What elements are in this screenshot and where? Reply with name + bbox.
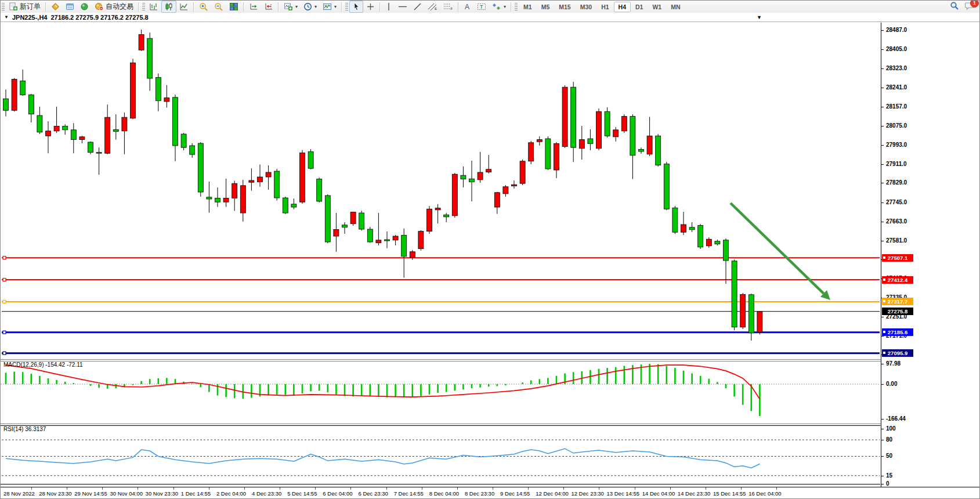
new-order-button[interactable]: 新订单 (6, 1, 44, 13)
time-label[interactable]: 15 Dec 14:55 (713, 490, 746, 497)
vertical-line-button[interactable] (382, 1, 395, 13)
time-label[interactable]: 30 Nov 23:30 (146, 490, 179, 497)
time-label[interactable]: 6 Dec 23:30 (359, 490, 388, 497)
time-label[interactable]: 8 Dec 23:30 (465, 490, 494, 497)
periods-button[interactable]: ▾ (301, 1, 320, 13)
text-label-button[interactable]: T (474, 1, 489, 13)
clock-icon (303, 2, 312, 11)
autotrade-button[interactable]: 自动交易 (92, 1, 136, 13)
chat-icon[interactable]: 1 (965, 1, 975, 13)
time-label[interactable]: 12 Dec 23:30 (571, 490, 604, 497)
time-label[interactable]: 2 Dec 04:00 (216, 490, 246, 497)
chart-shift-button[interactable] (261, 1, 276, 13)
search-icon[interactable] (950, 1, 959, 13)
toolbar-grip[interactable] (345, 3, 348, 11)
price-tick (881, 88, 884, 88)
toolbar-grip[interactable] (2, 3, 5, 11)
trendline-button[interactable] (410, 1, 425, 13)
templates-button[interactable]: ▾ (320, 1, 339, 13)
timeframe-h4[interactable]: H4 (614, 2, 631, 12)
support-line-2-price-label[interactable]: 27095.9 (882, 349, 913, 357)
macd-scale-tick (881, 384, 884, 385)
candlestick-chart-button[interactable] (161, 1, 176, 13)
notification-badge[interactable]: 1 (970, 0, 979, 8)
time-label[interactable]: 29 Nov 14:55 (74, 490, 107, 497)
timeframe-m30[interactable]: M30 (576, 2, 596, 12)
crosshair-button[interactable] (363, 1, 378, 13)
trend-arrow-annotation[interactable] (731, 203, 830, 300)
candle-41 (350, 212, 356, 226)
rsi-pane[interactable] (1, 425, 881, 487)
data-window-button[interactable] (63, 1, 77, 13)
time-label[interactable]: 8 Dec 04:00 (429, 490, 459, 497)
time-label[interactable]: 9 Dec 14:55 (500, 490, 530, 497)
chevron-down-icon[interactable]: ▾ (504, 4, 506, 9)
equidistant-channel-button[interactable]: E (425, 1, 440, 13)
navigator-button[interactable] (77, 1, 92, 13)
chart-shift-marker[interactable]: ▼ (757, 15, 762, 20)
resistance-line-1-price-label[interactable]: 27507.1 (882, 254, 913, 262)
bid-price-line-price-label[interactable]: 27275.8 (882, 308, 913, 315)
candle-58 (494, 192, 500, 214)
timeframe-mn[interactable]: MN (666, 2, 685, 12)
timeframe-d1[interactable]: D1 (631, 2, 648, 12)
zoom-out-button[interactable] (211, 1, 226, 13)
chevron-down-icon[interactable]: ▾ (334, 4, 337, 9)
time-label[interactable]: 6 Dec 04:00 (323, 490, 352, 497)
time-label[interactable]: 16 Dec 04:00 (748, 490, 782, 497)
support-line-1-price-label[interactable]: 27185.6 (882, 328, 913, 336)
chevron-down-icon[interactable]: ▾ (314, 4, 317, 9)
main-chart-pane[interactable] (1, 23, 881, 359)
timeframe-m5[interactable]: M5 (537, 2, 555, 12)
time-axis[interactable]: 28 Nov 202228 Nov 23:3029 Nov 14:5530 No… (1, 487, 980, 499)
timeframe-h1[interactable]: H1 (596, 2, 613, 12)
time-label[interactable]: 13 Dec 14:55 (607, 490, 640, 497)
arrows-button[interactable]: ▾ (489, 1, 509, 13)
candle-1 (12, 78, 17, 112)
text-button[interactable]: A (461, 1, 474, 13)
toolbar-grip[interactable] (515, 3, 518, 11)
pivot-line-price-label[interactable]: 27317.7 (882, 298, 913, 305)
line-chart-button[interactable] (176, 1, 191, 13)
zoom-in-button[interactable] (196, 1, 211, 13)
market-watch-button[interactable] (48, 1, 63, 13)
resistance-line-2-price-label[interactable]: 27412.4 (882, 276, 913, 284)
candle-16 (139, 30, 144, 51)
macd-pane[interactable] (1, 361, 881, 423)
time-label[interactable]: 5 Dec 14:55 (287, 490, 317, 497)
time-label[interactable]: 7 Dec 14:55 (394, 490, 424, 497)
support-line-2-handle[interactable] (3, 352, 6, 355)
time-label[interactable]: 14 Dec 23:30 (678, 490, 711, 497)
auto-scroll-button[interactable] (246, 1, 261, 13)
new-order-icon (9, 2, 18, 11)
time-label[interactable]: 28 Nov 23:30 (39, 490, 72, 497)
price-tick (881, 183, 884, 183)
hline-icon (398, 2, 407, 11)
price-tick (881, 30, 884, 31)
new-order-button-label: 新订单 (20, 2, 41, 12)
timeframe-m1[interactable]: M1 (519, 2, 537, 12)
resistance-line-1-handle[interactable] (3, 256, 6, 259)
bar-chart-button[interactable] (146, 1, 161, 13)
resistance-line-2-handle[interactable] (3, 279, 6, 281)
support-line-1-handle[interactable] (3, 331, 6, 334)
indicators-button[interactable]: ▾ (281, 1, 301, 13)
pivot-line-handle[interactable] (3, 300, 6, 303)
toolbar-grip[interactable] (142, 3, 145, 11)
timeframe-m15[interactable]: M15 (554, 2, 575, 12)
chevron-down-icon[interactable]: ▾ (295, 4, 298, 9)
horizontal-line-button[interactable] (395, 1, 410, 13)
cursor-button[interactable] (349, 1, 363, 13)
time-label[interactable]: 1 Dec 14:55 (181, 490, 211, 497)
time-label[interactable]: 4 Dec 23:30 (252, 490, 281, 497)
time-label[interactable]: 14 Dec 04:00 (642, 490, 675, 497)
time-label[interactable]: 30 Nov 04:00 (110, 490, 143, 497)
timeframe-w1[interactable]: W1 (648, 2, 666, 12)
macd-scale-tick (881, 419, 884, 420)
time-label[interactable]: 28 Nov 2022 (3, 490, 35, 497)
tile-windows-button[interactable] (226, 1, 241, 13)
time-label[interactable]: 12 Dec 04:00 (536, 490, 569, 497)
candle-71 (605, 107, 610, 138)
chart-collapse-icon[interactable]: ▼ (4, 15, 9, 20)
fibonacci-button[interactable]: F (440, 1, 456, 13)
